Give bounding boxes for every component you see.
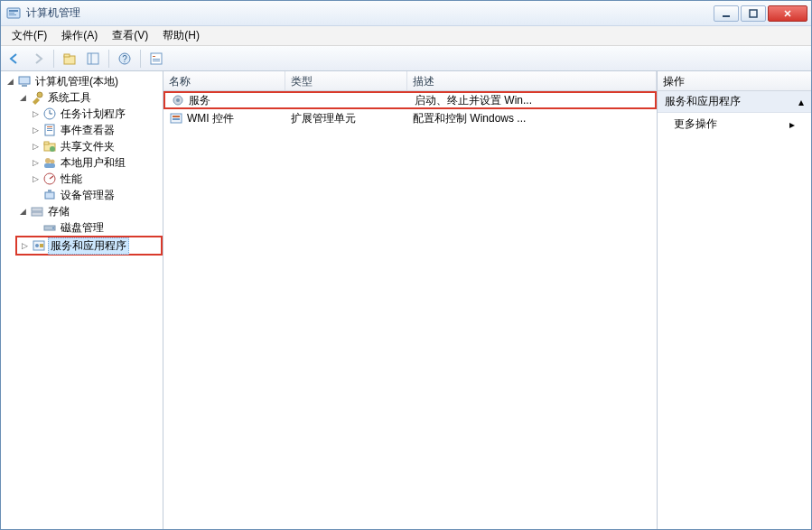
tree-label: 存储 xyxy=(46,204,71,219)
svg-rect-10 xyxy=(88,53,98,64)
tree-storage[interactable]: ◢ 存储 xyxy=(15,203,163,219)
tree-local-users[interactable]: ▷ 本地用户和组 xyxy=(28,154,163,171)
gear-icon xyxy=(171,93,185,107)
svg-text:?: ? xyxy=(122,54,127,64)
svg-point-20 xyxy=(37,92,42,98)
list-pane: 名称 类型 描述 服务 启动、终止并设置 Win... WMI 控件 扩展管理单… xyxy=(163,71,658,529)
minimize-button[interactable] xyxy=(714,5,739,22)
action-group-header[interactable]: 服务和应用程序 ▴ xyxy=(658,91,811,113)
expand-icon[interactable]: ▷ xyxy=(30,141,41,152)
tree-performance[interactable]: ▷ 性能 xyxy=(28,171,163,187)
event-icon xyxy=(42,123,57,137)
svg-rect-3 xyxy=(9,14,16,15)
svg-point-45 xyxy=(176,98,180,102)
list-row-wmi[interactable]: WMI 控件 扩展管理单元 配置和控制 Windows ... xyxy=(163,109,657,127)
tree-shared-folders[interactable]: ▷ 共享文件夹 xyxy=(28,138,163,154)
svg-point-42 xyxy=(35,244,39,247)
wmi-icon xyxy=(169,111,183,126)
collapse-icon[interactable]: ◢ xyxy=(17,92,28,103)
svg-rect-5 xyxy=(750,10,757,17)
properties-button[interactable] xyxy=(146,49,166,69)
performance-icon xyxy=(42,172,57,186)
app-icon xyxy=(6,6,21,21)
help-button[interactable]: ? xyxy=(115,49,135,69)
back-button[interactable] xyxy=(5,49,24,69)
tree-label: 设备管理器 xyxy=(59,188,117,203)
svg-rect-1 xyxy=(9,10,18,12)
column-name[interactable]: 名称 xyxy=(163,71,285,90)
column-type[interactable]: 类型 xyxy=(285,71,407,90)
toolbar-separator xyxy=(140,50,141,68)
tree-label: 磁盘管理 xyxy=(59,220,106,236)
svg-point-30 xyxy=(50,146,55,152)
svg-rect-37 xyxy=(32,208,42,211)
expand-icon[interactable]: ▷ xyxy=(30,157,41,168)
tree-label: 事件查看器 xyxy=(59,123,117,138)
services-apps-icon xyxy=(32,238,46,253)
tree-label: 计算机管理(本地) xyxy=(33,74,120,89)
spacer xyxy=(30,222,41,233)
expand-icon[interactable]: ▷ xyxy=(19,240,30,251)
list-header: 名称 类型 描述 xyxy=(163,71,657,91)
action-group-label: 服务和应用程序 xyxy=(665,94,741,109)
svg-rect-9 xyxy=(64,54,70,57)
cell-desc: 启动、终止并设置 Win... xyxy=(415,93,532,108)
tree-label: 性能 xyxy=(59,172,84,187)
tree-device-manager[interactable]: 设备管理器 xyxy=(28,187,163,203)
title-bar: 计算机管理 xyxy=(1,1,811,26)
svg-rect-38 xyxy=(32,212,42,216)
menu-action[interactable]: 操作(A) xyxy=(54,26,105,45)
expand-icon[interactable]: ▷ xyxy=(30,125,41,135)
svg-rect-17 xyxy=(153,60,160,61)
expand-icon[interactable]: ▷ xyxy=(30,173,41,184)
chevron-right-icon: ▸ xyxy=(789,118,795,131)
tree-label: 任务计划程序 xyxy=(59,107,127,122)
action-pane: 操作 服务和应用程序 ▴ 更多操作 ▸ xyxy=(658,71,811,529)
toolbar-separator xyxy=(53,50,54,68)
clock-icon xyxy=(42,107,57,121)
main-area: ◢ 计算机管理(本地) ◢ 系统工具 ▷ xyxy=(1,71,811,529)
column-desc[interactable]: 描述 xyxy=(407,71,657,90)
tree-label: 系统工具 xyxy=(46,90,93,106)
svg-rect-27 xyxy=(47,130,52,131)
list-row-services[interactable]: 服务 启动、终止并设置 Win... xyxy=(163,91,657,109)
svg-point-32 xyxy=(51,160,55,164)
window-title: 计算机管理 xyxy=(26,5,712,21)
tree-label: 本地用户和组 xyxy=(59,155,127,171)
tree-label: 共享文件夹 xyxy=(59,139,117,154)
expand-icon[interactable]: ▷ xyxy=(30,108,41,119)
window-buttons xyxy=(712,5,807,22)
tree-root[interactable]: ◢ 计算机管理(本地) xyxy=(3,73,163,89)
svg-rect-19 xyxy=(22,85,27,87)
action-header: 操作 xyxy=(658,71,811,91)
close-button[interactable] xyxy=(768,5,807,22)
collapse-icon[interactable]: ◢ xyxy=(5,76,15,87)
tree-event-viewer[interactable]: ▷ 事件查看器 xyxy=(28,122,163,138)
tree-task-scheduler[interactable]: ▷ 任务计划程序 xyxy=(28,106,163,122)
up-button[interactable] xyxy=(60,49,79,69)
toolbar-separator xyxy=(108,50,109,68)
menu-bar: 文件(F) 操作(A) 查看(V) 帮助(H) xyxy=(1,26,811,46)
device-icon xyxy=(42,188,57,202)
tree-services-apps[interactable]: ▷ 服务和应用程序 xyxy=(17,237,161,254)
list-body: 服务 启动、终止并设置 Win... WMI 控件 扩展管理单元 配置和控制 W… xyxy=(163,91,657,529)
show-hide-tree-button[interactable] xyxy=(83,49,103,69)
menu-view[interactable]: 查看(V) xyxy=(105,26,155,45)
tree-disk-management[interactable]: 磁盘管理 xyxy=(28,219,163,236)
action-more[interactable]: 更多操作 ▸ xyxy=(658,113,811,135)
computer-icon xyxy=(17,74,32,88)
svg-rect-29 xyxy=(44,142,49,144)
tree-system-tools[interactable]: ◢ 系统工具 xyxy=(15,89,163,106)
menu-help[interactable]: 帮助(H) xyxy=(155,26,207,45)
cell-type: 扩展管理单元 xyxy=(291,111,356,126)
forward-button[interactable] xyxy=(28,49,48,69)
tree-pane: ◢ 计算机管理(本地) ◢ 系统工具 ▷ xyxy=(1,71,163,529)
tree-label: 服务和应用程序 xyxy=(48,237,129,255)
svg-rect-25 xyxy=(47,126,52,127)
menu-file[interactable]: 文件(F) xyxy=(5,26,54,45)
svg-rect-26 xyxy=(47,128,52,129)
svg-rect-47 xyxy=(173,116,180,117)
collapse-icon[interactable]: ◢ xyxy=(17,206,28,217)
collapse-up-icon: ▴ xyxy=(798,96,804,108)
maximize-button[interactable] xyxy=(741,5,766,22)
